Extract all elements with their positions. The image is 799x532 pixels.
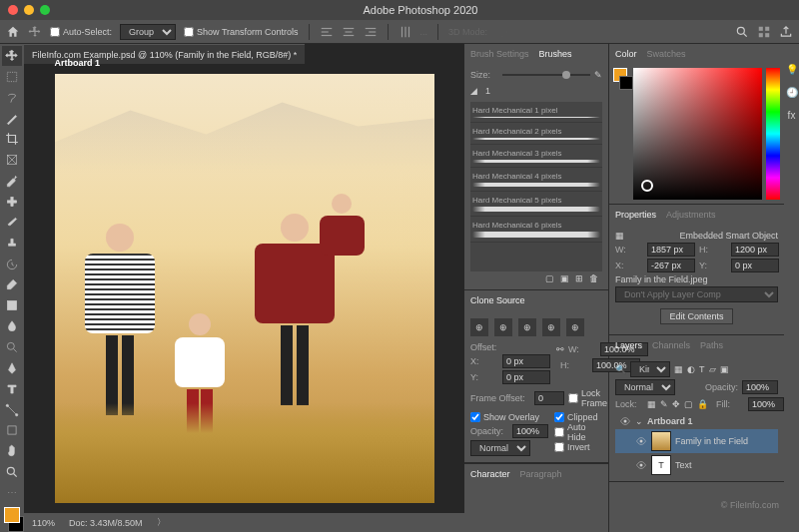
share-icon[interactable] — [779, 25, 793, 39]
brush-preset[interactable]: Hard Mechanical 4 pixels — [470, 168, 602, 192]
prop-h-input[interactable] — [731, 243, 779, 257]
hue-strip[interactable] — [766, 68, 780, 200]
tab-paths[interactable]: Paths — [700, 340, 723, 350]
blend-mode-select[interactable]: Normal — [615, 379, 675, 395]
layer-item[interactable]: TText — [615, 453, 778, 477]
brush-preset[interactable]: Hard Mechanical 3 pixels — [470, 145, 602, 168]
lock-frame-checkbox[interactable]: Lock Frame — [568, 388, 607, 408]
tab-channels[interactable]: Channels — [652, 340, 690, 350]
filter-smart-icon[interactable]: ▣ — [720, 364, 729, 374]
clone-src-5[interactable]: ⊕ — [566, 318, 584, 336]
maximize-window[interactable] — [40, 5, 50, 15]
dodge-tool[interactable] — [2, 337, 22, 357]
brush-paint-icon[interactable]: ✎ — [594, 70, 602, 80]
filter-adj-icon[interactable]: ◐ — [687, 364, 695, 374]
auto-hide-checkbox[interactable]: Auto Hide — [554, 422, 602, 442]
eyedropper-tool[interactable] — [2, 171, 22, 191]
hand-tool[interactable] — [2, 441, 22, 461]
clone-y-input[interactable] — [502, 370, 550, 384]
frame-offset-input[interactable] — [534, 391, 564, 405]
search-icon[interactable] — [735, 25, 749, 39]
home-icon[interactable] — [6, 25, 20, 39]
stamp-tool[interactable] — [2, 234, 22, 254]
lasso-tool[interactable] — [2, 88, 22, 108]
frame-tool[interactable] — [2, 150, 22, 170]
trash-icon[interactable]: 🗑 — [589, 273, 598, 283]
auto-select-checkbox[interactable]: Auto-Select: — [50, 27, 112, 37]
folder-icon[interactable]: ▢ — [545, 273, 554, 283]
layer-fill-input[interactable] — [748, 397, 784, 411]
layer-thumbnail[interactable]: T — [651, 455, 671, 475]
edit-toolbar[interactable]: ⋯ — [7, 487, 17, 498]
layer-opacity-input[interactable] — [742, 380, 778, 394]
tab-paragraph[interactable]: Paragraph — [520, 469, 562, 479]
visibility-icon[interactable] — [635, 459, 647, 471]
brush-preset[interactable]: Hard Mechanical 5 pixels — [470, 192, 602, 217]
eraser-tool[interactable] — [2, 274, 22, 294]
prop-y-input[interactable] — [731, 259, 779, 272]
heal-tool[interactable] — [2, 192, 22, 212]
canvas-image[interactable] — [55, 74, 434, 503]
filter-kind-select[interactable]: Kind — [630, 361, 670, 377]
filter-pixel-icon[interactable]: ▦ — [674, 364, 683, 374]
new-icon[interactable]: ⊞ — [575, 273, 583, 283]
type-tool[interactable] — [2, 379, 22, 399]
clone-src-1[interactable]: ⊕ — [470, 318, 488, 336]
clone-src-4[interactable]: ⊕ — [542, 318, 560, 336]
visibility-icon[interactable] — [635, 435, 647, 447]
move-tool[interactable] — [2, 46, 22, 66]
clone-src-2[interactable]: ⊕ — [494, 318, 512, 336]
lock-artboard-icon[interactable]: ▢ — [684, 399, 693, 409]
filter-type-icon[interactable]: T — [699, 364, 705, 374]
lock-transparency-icon[interactable]: ▦ — [647, 399, 656, 409]
edit-contents-button[interactable]: Edit Contents — [660, 308, 732, 324]
lock-move-icon[interactable]: ✥ — [672, 399, 680, 409]
close-window[interactable] — [8, 5, 18, 15]
wand-tool[interactable] — [2, 109, 22, 129]
blur-tool[interactable] — [2, 316, 22, 336]
lock-paint-icon[interactable]: ✎ — [660, 399, 668, 409]
overlay-blend-select[interactable]: Normal — [470, 440, 530, 456]
brush-size-slider[interactable] — [502, 74, 590, 76]
workspace-icon[interactable] — [757, 25, 771, 39]
lock-all-icon[interactable]: 🔒 — [697, 399, 708, 409]
tab-brush-settings[interactable]: Brush Settings — [470, 49, 529, 59]
clone-src-3[interactable]: ⊕ — [518, 318, 536, 336]
filter-icon[interactable]: 🔍 — [615, 364, 626, 374]
tab-character[interactable]: Character — [470, 469, 510, 479]
tab-color[interactable]: Color — [615, 49, 637, 59]
pen-tool[interactable] — [2, 358, 22, 378]
collapse-icon[interactable]: ⌄ — [635, 416, 643, 426]
move-tool-icon[interactable] — [28, 25, 42, 39]
panel-icon[interactable]: 💡 — [786, 64, 798, 75]
brush-preset[interactable]: Hard Mechanical 2 pixels — [470, 123, 602, 145]
show-transform-checkbox[interactable]: Show Transform Controls — [184, 27, 299, 37]
visibility-icon[interactable] — [619, 415, 631, 427]
clone-x-input[interactable] — [502, 354, 550, 368]
align-icon-3[interactable] — [364, 25, 378, 39]
brush-list[interactable]: Hard Mechanical 1 pixel Hard Mechanical … — [470, 102, 602, 271]
minimize-window[interactable] — [24, 5, 34, 15]
marquee-tool[interactable] — [2, 67, 22, 87]
panel-icon[interactable]: 🕘 — [786, 87, 798, 98]
new-folder-icon[interactable]: ▣ — [560, 273, 569, 283]
brush-tool[interactable] — [2, 213, 22, 233]
tab-brushes[interactable]: Brushes — [539, 49, 572, 59]
layer-artboard[interactable]: ⌄Artboard 1 — [615, 413, 778, 429]
gradient-tool[interactable] — [2, 295, 22, 315]
tab-clone-source[interactable]: Clone Source — [470, 295, 525, 305]
zoom-level[interactable]: 110% — [32, 518, 55, 528]
overlay-opacity-input[interactable] — [512, 424, 548, 438]
clipped-checkbox[interactable]: Clipped — [554, 412, 602, 422]
layer-thumbnail[interactable] — [651, 431, 671, 451]
zoom-tool[interactable] — [2, 462, 22, 482]
color-bg-swatch[interactable] — [619, 76, 633, 90]
brush-preset[interactable]: Hard Mechanical 1 pixel — [470, 102, 602, 123]
layer-item[interactable]: Family in the Field — [615, 429, 778, 453]
distribute-icon[interactable] — [399, 25, 412, 39]
artboard-label[interactable]: Artboard 1 — [55, 58, 101, 68]
tab-layers[interactable]: Layers — [615, 340, 642, 350]
color-field[interactable] — [633, 68, 762, 200]
invert-checkbox[interactable]: Invert — [554, 442, 602, 452]
show-overlay-checkbox[interactable]: Show Overlay — [470, 412, 548, 422]
